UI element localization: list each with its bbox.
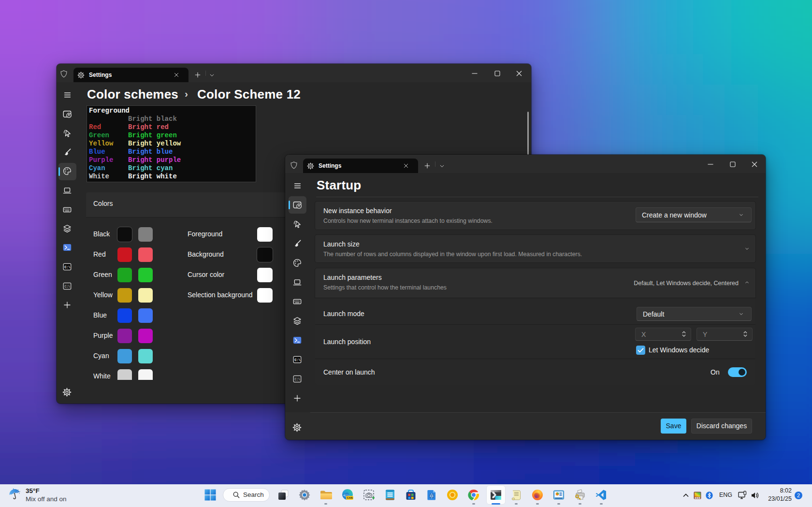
svg-text:CAN: CAN [347, 496, 352, 499]
